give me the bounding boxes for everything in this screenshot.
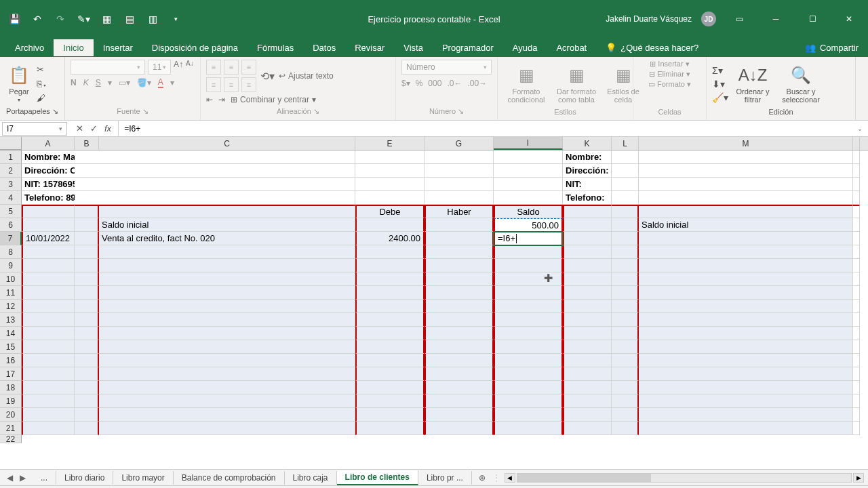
sheet-tab-clientes[interactable]: Libro de clientes: [337, 470, 418, 485]
border-button[interactable]: ▭▾: [119, 78, 130, 87]
cell[interactable]: Nombre:: [563, 150, 612, 164]
tab-formulas[interactable]: Fórmulas: [248, 39, 303, 56]
save-icon[interactable]: 💾: [8, 13, 20, 25]
number-format-select[interactable]: Número: [401, 60, 492, 75]
tab-datos[interactable]: Datos: [303, 39, 345, 56]
tab-next-icon[interactable]: ▶: [20, 473, 26, 483]
table-icon-3[interactable]: ▥: [146, 13, 159, 25]
cell[interactable]: Nombre: Maria Zoy Aldana: [22, 150, 75, 164]
tab-archivo[interactable]: Archivo: [5, 39, 54, 56]
tab-ayuda[interactable]: Ayuda: [503, 39, 547, 56]
inc-decimal-icon[interactable]: .0←: [447, 79, 462, 88]
pen-icon[interactable]: ✎▾: [77, 13, 90, 25]
user-avatar[interactable]: JD: [701, 12, 716, 26]
sheet-tab-diario[interactable]: Libro diario: [56, 471, 113, 485]
undo-icon[interactable]: ↶: [31, 13, 43, 25]
maximize-button[interactable]: ☐: [799, 9, 826, 28]
tab-revisar[interactable]: Revisar: [345, 39, 394, 56]
tab-vista[interactable]: Vista: [394, 39, 433, 56]
tab-inicio[interactable]: Inicio: [54, 39, 93, 56]
clear-icon[interactable]: 🧹▾: [712, 92, 728, 103]
tell-me[interactable]: 💡¿Qué desea hacer?: [596, 39, 708, 56]
scroll-left-button[interactable]: ◀: [505, 473, 515, 483]
minimize-button[interactable]: ─: [762, 9, 789, 28]
name-box[interactable]: I7▾: [2, 122, 67, 136]
sheet-tab-pr[interactable]: Libro pr ...: [418, 471, 472, 485]
col-K[interactable]: K: [563, 137, 612, 150]
format-table-button[interactable]: ▦Dar formato como tabla: [553, 63, 599, 105]
sheet-tab-caja[interactable]: Libro caja: [285, 471, 337, 485]
underline-button[interactable]: S: [96, 78, 101, 87]
wrap-text-button[interactable]: ↩Ajustar texto: [279, 71, 334, 81]
col-L[interactable]: L: [612, 137, 639, 150]
fill-icon[interactable]: ⬇▾: [712, 79, 728, 89]
group-clipboard: Portapapeles ↘: [5, 107, 59, 117]
sheet-tab-balance[interactable]: Balance de comprobación: [174, 471, 285, 485]
conditional-format-button[interactable]: ▦Formato condicional: [503, 63, 549, 105]
formula-input[interactable]: =I6+: [119, 121, 852, 136]
font-size-select[interactable]: 11: [148, 60, 171, 75]
cell-grid[interactable]: Nombre: Maria Zoy Aldana Nombre: Direcci…: [22, 150, 860, 435]
sheet-tab-mayor[interactable]: Libro mayor: [113, 471, 173, 485]
hscroll-thumb[interactable]: [517, 474, 651, 482]
shrink-font-icon[interactable]: A↓: [186, 60, 194, 75]
table-icon-2[interactable]: ▤: [123, 13, 136, 25]
fx-icon[interactable]: fx: [104, 123, 111, 134]
redo-icon[interactable]: ↷: [54, 13, 66, 25]
col-B[interactable]: B: [75, 137, 99, 150]
autosum-icon[interactable]: Σ▾: [712, 65, 728, 76]
find-select-button[interactable]: 🔍Buscar y seleccionar: [777, 63, 825, 105]
scroll-right-button[interactable]: ▶: [853, 473, 864, 483]
format-painter-icon[interactable]: 🖌: [37, 93, 47, 103]
sort-filter-button[interactable]: A↓ZOrdenar y filtrar: [732, 63, 773, 105]
cancel-formula-icon[interactable]: ✕: [76, 123, 83, 134]
col-G[interactable]: G: [425, 137, 494, 150]
align-buttons[interactable]: ≡≡≡≡≡≡: [206, 60, 256, 92]
tab-insertar[interactable]: Insertar: [94, 39, 142, 56]
percent-format-icon[interactable]: %: [416, 79, 423, 88]
orientation-icon[interactable]: ⟲▾: [260, 70, 275, 83]
table-icon-1[interactable]: ▦: [100, 13, 113, 25]
worksheet[interactable]: A B C E G I K L M 1234567891011121314151…: [0, 137, 868, 469]
col-A[interactable]: A: [22, 137, 75, 150]
grow-font-icon[interactable]: A↑: [174, 60, 183, 75]
fill-color-button[interactable]: 🪣▾: [137, 78, 151, 87]
col-M[interactable]: M: [639, 137, 853, 150]
indent-inc-icon[interactable]: ⇥: [218, 95, 225, 104]
share-button[interactable]: 👥Compartir: [795, 43, 868, 53]
paste-button[interactable]: 📋Pegar▾: [5, 63, 33, 104]
ribbon-options-icon[interactable]: ▭: [726, 9, 753, 28]
qat-more-icon[interactable]: ▾: [170, 13, 182, 25]
merge-button[interactable]: ⊞Combinar y centrar▾: [231, 95, 316, 104]
format-cells-button[interactable]: ▭ Formato ▾: [648, 80, 691, 89]
close-button[interactable]: ✕: [835, 9, 863, 28]
col-E[interactable]: E: [355, 137, 425, 150]
sheet-more[interactable]: ...: [33, 471, 56, 485]
accounting-format-icon[interactable]: $▾: [401, 79, 410, 88]
cut-icon[interactable]: ✂: [37, 64, 47, 75]
tab-acrobat[interactable]: Acrobat: [547, 39, 596, 56]
dec-decimal-icon[interactable]: .00→: [467, 79, 487, 88]
insert-cells-button[interactable]: ⊞ Insertar ▾: [650, 60, 689, 68]
enter-formula-icon[interactable]: ✓: [90, 123, 98, 134]
font-color-button[interactable]: A: [158, 77, 163, 88]
copy-icon[interactable]: ⎘▾: [37, 79, 47, 89]
col-I[interactable]: I: [494, 137, 563, 150]
active-cell[interactable]: =I6+: [494, 232, 563, 245]
add-sheet-button[interactable]: ⊕: [472, 473, 492, 483]
tab-prev-icon[interactable]: ◀: [7, 473, 13, 483]
select-all-corner[interactable]: [0, 137, 22, 150]
status-bar: Introducir ⓘ Accesibilidad: es necesario…: [0, 485, 868, 488]
tab-disposicion[interactable]: Disposición de página: [142, 39, 248, 56]
comma-format-icon[interactable]: 000: [428, 79, 441, 88]
indent-dec-icon[interactable]: ⇤: [206, 95, 213, 104]
col-C[interactable]: C: [99, 137, 355, 150]
tab-programador[interactable]: Programador: [433, 39, 503, 56]
expand-formula-icon[interactable]: ⌄: [852, 125, 868, 132]
bold-button[interactable]: N: [71, 78, 77, 87]
font-name-select[interactable]: [71, 60, 145, 75]
hscroll-track[interactable]: [517, 473, 852, 483]
delete-cells-button[interactable]: ⊟ Eliminar ▾: [649, 70, 690, 79]
italic-button[interactable]: K: [83, 78, 89, 87]
row-headers[interactable]: 12345678910111213141516171819202122: [0, 150, 22, 443]
